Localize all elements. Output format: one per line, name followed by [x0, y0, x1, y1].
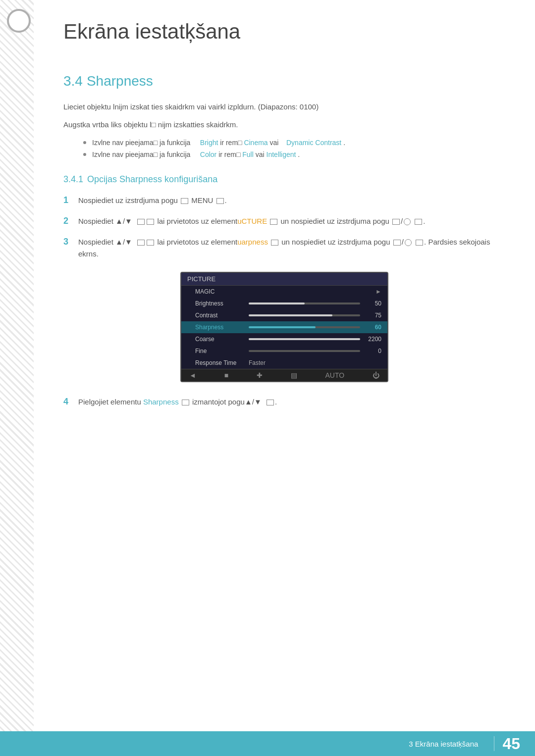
icon-circle [405, 239, 412, 246]
monitor-bar-sharpness-container [245, 326, 364, 328]
monitor-bar-bg-contrast [249, 314, 360, 316]
step-2-number: 2 [63, 215, 78, 226]
monitor-bar-fine-container [245, 350, 364, 352]
step-1-number: 1 [63, 195, 78, 205]
monitor-screenshot: PICTURE MAGIC ► Brightness 50 Contrast [63, 272, 505, 382]
monitor-icon-auto: AUTO [325, 371, 345, 379]
list-item-text: Izvlne nav pieejama□ ja funkcija Color i… [92, 151, 300, 158]
subsection-title: Opcijas Sharpness konfigurišana [87, 174, 217, 185]
monitor-bottom-bar: ◄ ■ ✚ ▤ AUTO ⏻ [181, 369, 387, 381]
icon-box [137, 219, 145, 225]
step-4: 4 Pielgojiet elementu Sharpness izmantoj… [63, 396, 505, 408]
step-4-text: Pielgojiet elementu Sharpness izmantojot… [78, 396, 277, 408]
monitor-display: PICTURE MAGIC ► Brightness 50 Contrast [180, 272, 388, 382]
bullet-icon [83, 141, 86, 144]
highlight-picture: uCTURE [237, 217, 267, 225]
monitor-row-contrast: Contrast 75 [181, 309, 387, 321]
icon-box [147, 240, 154, 246]
section-description-2: Augstka vrtba liks objektu l□ nijm izska… [63, 119, 505, 131]
bullet-icon [83, 153, 86, 156]
step-4-number: 4 [63, 396, 78, 407]
monitor-title: PICTURE [181, 273, 387, 286]
monitor-bar-bg-fine [249, 350, 360, 352]
monitor-bar-brightness-container [245, 302, 364, 304]
highlight-full: Full [242, 151, 254, 158]
icon-box [393, 240, 401, 246]
monitor-icon-stop: ■ [224, 371, 228, 379]
monitor-icon-plus: ✚ [257, 371, 263, 379]
section-number: 3.4 [63, 73, 83, 89]
section-circle-icon [7, 9, 31, 33]
step-2: 2 Nospiediet ▲/▼ lai prvietotos uz eleme… [63, 215, 505, 227]
icon-box [137, 240, 145, 246]
icon-box [415, 219, 422, 225]
highlight-intelligent: Intelligent [267, 151, 296, 158]
monitor-bar-coarse-container [245, 338, 364, 340]
monitor-label-brightness: Brightness [195, 300, 245, 307]
page-footer: 3 Ekrāna iestatķšana 45 [0, 731, 535, 756]
monitor-bar-bg-coarse [249, 338, 360, 340]
highlight-color: Color [200, 151, 216, 158]
step-3: 3 Nospiediet ▲/▼ lai prvietotos uz eleme… [63, 236, 505, 260]
monitor-value-coarse: 2200 [364, 336, 381, 343]
section-title: Sharpness [87, 73, 153, 89]
monitor-label-fine: Fine [195, 348, 245, 354]
icon-box [270, 219, 277, 225]
step-1-text: Nospiediet uz izstrdjuma pogu MENU . [78, 195, 227, 206]
highlight-dynamic-contrast: Dynamic Contrast [286, 139, 341, 147]
monitor-value-sharpness: 60 [364, 324, 381, 331]
step-list: 1 Nospiediet uz izstrdjuma pogu MENU . 2… [63, 195, 505, 260]
monitor-row-brightness: Brightness 50 [181, 298, 387, 309]
monitor-row-response: Response Time Faster [181, 357, 387, 369]
subsection-header: 3.4.1 Opcijas Sharpness konfigurišana [63, 174, 505, 185]
highlight-bright: Bright [200, 139, 218, 147]
monitor-label-sharpness: Sharpness [195, 324, 245, 331]
step-3-number: 3 [63, 236, 78, 247]
page-title: Ekrāna iestatķšana [63, 15, 505, 44]
monitor-row-fine: Fine 0 [181, 345, 387, 357]
icon-box [181, 198, 188, 204]
monitor-row-magic: MAGIC ► [181, 286, 387, 298]
monitor-bar-fill-brightness [249, 302, 305, 304]
step-2-text: Nospiediet ▲/▼ lai prvietotos uz element… [78, 215, 426, 227]
left-stripe-decoration [0, 0, 34, 756]
list-item: Izvlne nav pieejama□ ja funkcija Color i… [83, 151, 505, 158]
monitor-icon-display: ▤ [291, 371, 297, 379]
monitor-label-magic: MAGIC [195, 288, 245, 295]
icon-circle [404, 218, 411, 225]
monitor-bar-fill-contrast [249, 314, 332, 316]
footer-page-number: 45 [502, 735, 520, 753]
icon-box [416, 240, 423, 246]
restriction-list: Izvlne nav pieejama□ ja funkcija Bright … [83, 139, 505, 158]
monitor-value-response: Faster [249, 359, 266, 366]
step-3-text: Nospiediet ▲/▼ lai prvietotos uz element… [78, 236, 505, 260]
monitor-row-coarse: Coarse 2200 [181, 333, 387, 345]
monitor-bar-fill-coarse [249, 338, 360, 340]
section-description-1: Lieciet objektu lnijm izskat ties skaidr… [63, 101, 505, 113]
highlight-sharpness: uarpness [237, 238, 268, 246]
monitor-arrow-magic: ► [375, 288, 381, 295]
highlight-sharpness-step4: Sharpness [143, 398, 179, 406]
monitor-label-contrast: Contrast [195, 312, 245, 319]
monitor-icon-back: ◄ [189, 371, 196, 379]
icon-box [267, 400, 274, 405]
monitor-bar-fill-sharpness [249, 326, 316, 328]
icon-box [147, 219, 154, 225]
monitor-bar-bg-sharpness [249, 326, 360, 328]
monitor-row-sharpness: Sharpness 60 [181, 321, 387, 333]
list-item: Izvlne nav pieejama□ ja funkcija Bright … [83, 139, 505, 147]
monitor-icon-power: ⏻ [373, 371, 379, 379]
footer-chapter-text: 3 Ekrāna iestatķšana [409, 740, 478, 748]
monitor-value-brightness: 50 [364, 300, 381, 307]
icon-box [216, 198, 224, 204]
highlight-cinema: Cinema [244, 139, 268, 147]
icon-box [182, 400, 189, 405]
monitor-bar-contrast-container [245, 314, 364, 316]
icon-box [271, 240, 278, 246]
section-header: 3.4 Sharpness [63, 73, 505, 89]
step-1: 1 Nospiediet uz izstrdjuma pogu MENU . [63, 195, 505, 206]
monitor-value-contrast: 75 [364, 312, 381, 319]
monitor-label-response: Response Time [195, 359, 245, 366]
footer-separator [494, 736, 494, 751]
subsection-number: 3.4.1 [63, 174, 83, 185]
